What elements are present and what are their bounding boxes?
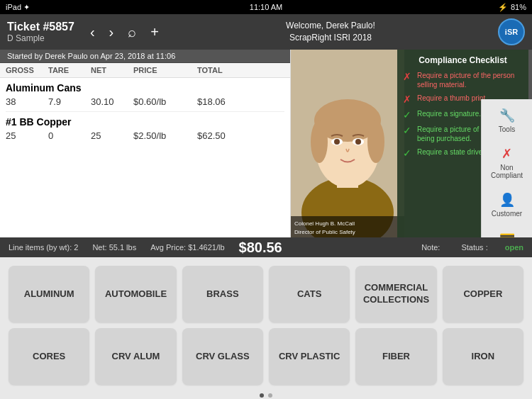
item-1-total: $18.06 <box>197 96 261 107</box>
svg-point-10 <box>355 139 361 145</box>
material-grid: ALUMINUM AUTOMOBILE BRASS CATS COMMERCIA… <box>0 257 532 390</box>
bottom-status-bar: Line items (by wt): 2 Net: 55.1 lbs Avg … <box>0 237 532 257</box>
material-fiber[interactable]: FIBER <box>355 328 436 385</box>
material-automobile[interactable]: AUTOMOBILE <box>95 266 176 322</box>
material-crv-plastic[interactable]: CRV PLASTIC <box>269 328 350 385</box>
ticket-panel: Started by Derek Paulo on Apr 23, 2018 a… <box>0 50 291 237</box>
material-crv-alum[interactable]: CRV ALUM <box>95 328 176 385</box>
material-aluminum[interactable]: ALUMINUM <box>9 266 89 322</box>
pagination-dots <box>0 390 532 399</box>
nav-forward-button[interactable]: › <box>105 23 118 42</box>
status-bar: iPad ✦ 11:10 AM ⚡ 81% <box>0 0 532 14</box>
ticket-info: Ticket #5857 D Sample <box>7 21 74 43</box>
material-copper[interactable]: COPPER <box>443 266 523 322</box>
item-1-price: $0.60/lb <box>133 96 197 107</box>
item-1-gross: 38 <box>6 96 48 107</box>
svg-text:Colonel Hugh B. McCall: Colonel Hugh B. McCall <box>294 220 355 227</box>
item-1-tare: 7.9 <box>48 96 91 107</box>
pay-ticket-icon: 💳 <box>499 230 515 237</box>
material-iron[interactable]: IRON <box>443 328 523 385</box>
compliance-item-1: ✗ Require a picture of the person sellin… <box>403 71 523 89</box>
nav-buttons: ‹ › ⌕ + <box>86 23 163 42</box>
compliance-icon-5: ✓ <box>403 147 414 159</box>
compliance-icon-4: ✓ <box>403 125 414 136</box>
item-2-tare: 0 <box>48 130 91 141</box>
material-brass[interactable]: BRASS <box>182 266 263 322</box>
welcome-text: Welcome, Derek Paulo! ScrapRight ISRI 20… <box>169 20 492 44</box>
item-2-name: #1 BB Copper <box>6 116 284 128</box>
pay-ticket-button[interactable]: 💳 Pay Ticket <box>483 225 531 237</box>
svg-text:Director of Public Safety: Director of Public Safety <box>294 229 355 235</box>
search-button[interactable]: ⌕ <box>123 23 140 42</box>
item-1-row: 38 7.9 30.10 $0.60/lb $18.06 <box>6 96 284 107</box>
item-2-row: 25 0 25 $2.50/lb $62.50 <box>6 130 284 141</box>
compliance-icon-2: ✗ <box>403 94 414 105</box>
svg-point-6 <box>367 120 384 163</box>
dot-1 <box>260 393 264 398</box>
nav-back-button[interactable]: ‹ <box>86 23 99 42</box>
customer-button[interactable]: 👤 Customer <box>483 186 531 223</box>
col-net: NET <box>91 66 133 74</box>
total-amount: $80.56 <box>239 240 282 256</box>
isri-badge[interactable]: iSR <box>498 18 525 45</box>
table-header: GROSS TARE NET PRICE TOTAL <box>0 63 290 78</box>
ticket-sample: D Sample <box>7 33 74 43</box>
col-gross: GROSS <box>6 66 48 74</box>
item-2-price: $2.50/lb <box>133 130 197 141</box>
customer-icon: 👤 <box>499 192 515 208</box>
started-by-banner: Started by Derek Paulo on Apr 23, 2018 a… <box>0 50 290 63</box>
material-cats[interactable]: CATS <box>269 266 350 322</box>
compliance-icon-1: ✗ <box>403 71 414 82</box>
item-1-name: Aluminum Cans <box>6 82 284 94</box>
compliance-icon-3: ✓ <box>403 109 414 120</box>
item-2-net: 25 <box>91 130 133 141</box>
wifi-icon: ⚡ <box>498 3 508 12</box>
person-photo: Colonel Hugh B. McCall Director of Publi… <box>291 50 404 237</box>
dot-2 <box>268 393 272 398</box>
item-2-total: $62.50 <box>197 130 261 141</box>
tools-button[interactable]: 🔧 Tools <box>483 102 531 139</box>
welcome-line1: Welcome, Derek Paulo! <box>169 20 492 32</box>
customer-label: Customer <box>492 210 522 218</box>
material-cores[interactable]: CORES <box>9 328 89 385</box>
material-crv-glass[interactable]: CRV GLASS <box>182 328 263 385</box>
compliance-text-3: Require a signature. <box>417 109 481 118</box>
status-value: open <box>505 243 523 252</box>
add-button[interactable]: + <box>146 23 163 42</box>
battery-icon: 81% <box>511 3 526 11</box>
right-sidebar: 🔧 Tools ✗ Non Compliant 👤 Customer 💳 Pay… <box>481 99 532 237</box>
compliance-title: Compliance Checklist <box>403 55 523 65</box>
item-2-gross: 25 <box>6 130 48 141</box>
clock: 11:10 AM <box>250 3 282 11</box>
compliance-text-1: Require a picture of the person selling … <box>417 71 523 89</box>
item-1-net: 30.10 <box>91 96 133 107</box>
avg-price: Avg Price: $1.4621/lb <box>150 243 224 252</box>
non-compliant-icon: ✗ <box>501 146 512 162</box>
photo-svg: Colonel Hugh B. McCall Director of Publi… <box>291 50 404 237</box>
tools-label: Tools <box>499 125 515 133</box>
col-total: TOTAL <box>197 66 261 74</box>
svg-point-9 <box>334 139 340 145</box>
material-commercial-collections[interactable]: COMMERCIAL COLLECTIONS <box>355 266 436 322</box>
col-price: PRICE <box>133 66 197 74</box>
line-items-count: Line items (by wt): 2 <box>9 243 78 252</box>
non-compliant-label: Non Compliant <box>486 164 528 179</box>
ipad-label: iPad ✦ <box>6 3 30 12</box>
non-compliant-button[interactable]: ✗ Non Compliant <box>483 140 531 185</box>
col-tare: TARE <box>48 66 91 74</box>
header: Ticket #5857 D Sample ‹ › ⌕ + Welcome, D… <box>0 14 532 50</box>
net-weight: Net: 55.1 lbs <box>92 243 136 252</box>
line-item-1[interactable]: Aluminum Cans 38 7.9 30.10 $0.60/lb $18.… <box>0 78 290 111</box>
tools-icon: 🔧 <box>499 108 515 123</box>
compliance-text-2: Require a thumb print. <box>417 94 487 103</box>
status-label: Status : <box>461 243 487 252</box>
line-item-2[interactable]: #1 BB Copper 25 0 25 $2.50/lb $62.50 <box>0 112 290 145</box>
main-area: Started by Derek Paulo on Apr 23, 2018 a… <box>0 50 532 237</box>
right-panel: Colonel Hugh B. McCall Director of Publi… <box>291 50 532 237</box>
svg-point-5 <box>311 120 328 163</box>
ticket-number: Ticket #5857 <box>7 21 74 33</box>
note-label: Note: <box>421 243 440 252</box>
welcome-line2: ScrapRight ISRI 2018 <box>169 32 492 44</box>
